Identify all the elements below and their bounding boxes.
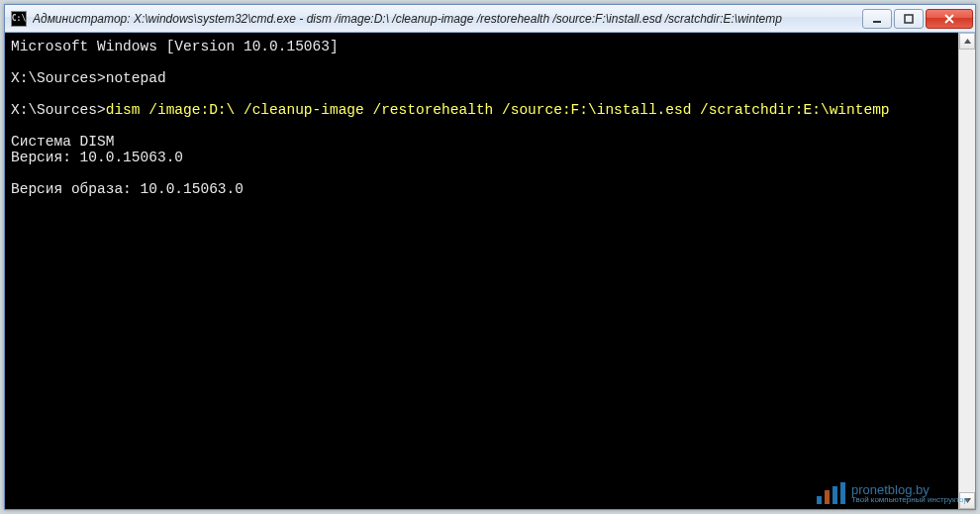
svg-rect-1 bbox=[905, 15, 913, 23]
prompt: X:\Sources> bbox=[11, 102, 106, 118]
command-highlighted: dism /image:D:\ /cleanup-image /restoreh… bbox=[106, 102, 890, 118]
window-controls bbox=[862, 9, 973, 29]
output-line: Cистема DISM bbox=[11, 134, 114, 150]
vertical-scrollbar[interactable] bbox=[958, 33, 975, 509]
prompt: X:\Sources> bbox=[11, 70, 106, 86]
scroll-track[interactable] bbox=[959, 50, 975, 492]
output-line: Версия: 10.0.15063.0 bbox=[11, 150, 183, 165]
output-line: Microsoft Windows [Version 10.0.15063] bbox=[11, 39, 339, 54]
close-button[interactable] bbox=[926, 9, 973, 29]
scroll-up-button[interactable] bbox=[959, 33, 975, 50]
output-line: Версия образа: 10.0.15063.0 bbox=[11, 181, 244, 197]
terminal-output[interactable]: Microsoft Windows [Version 10.0.15063] X… bbox=[5, 33, 958, 509]
cmd-window: C:\ Администратор: X:\windows\system32\c… bbox=[4, 4, 976, 510]
window-title: Администратор: X:\windows\system32\cmd.e… bbox=[33, 12, 862, 26]
terminal-area: Microsoft Windows [Version 10.0.15063] X… bbox=[5, 33, 975, 509]
titlebar[interactable]: C:\ Администратор: X:\windows\system32\c… bbox=[5, 5, 975, 33]
cmd-icon: C:\ bbox=[11, 11, 27, 27]
minimize-button[interactable] bbox=[862, 9, 892, 29]
svg-rect-0 bbox=[873, 21, 881, 23]
command: notepad bbox=[106, 70, 166, 86]
scroll-down-button[interactable] bbox=[959, 492, 975, 509]
maximize-button[interactable] bbox=[894, 9, 924, 29]
